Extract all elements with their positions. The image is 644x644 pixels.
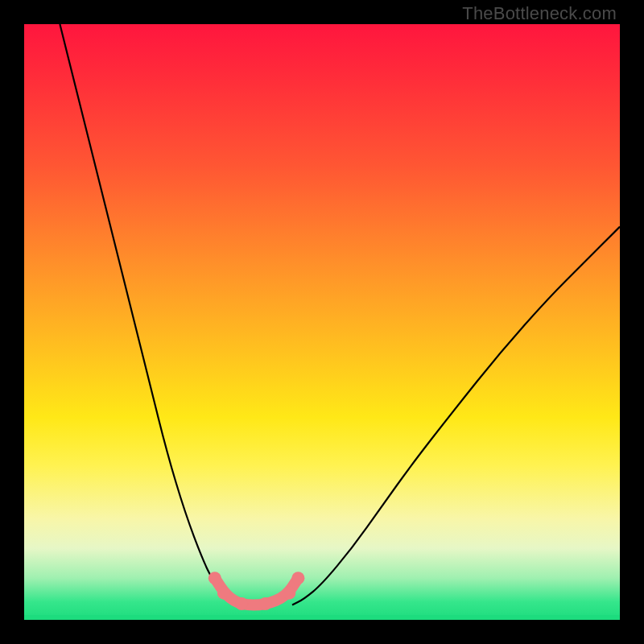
pink-dot (217, 587, 230, 600)
right-curve (292, 227, 620, 605)
pink-dot (291, 572, 304, 584)
pink-dot (259, 597, 272, 610)
pink-dot (283, 587, 295, 600)
left-curve (60, 24, 242, 605)
chart-svg (24, 24, 620, 620)
chart-frame (24, 24, 620, 620)
pink-dot (235, 597, 248, 610)
pink-dot (208, 572, 221, 584)
watermark-text: TheBottleneck.com (462, 3, 617, 24)
